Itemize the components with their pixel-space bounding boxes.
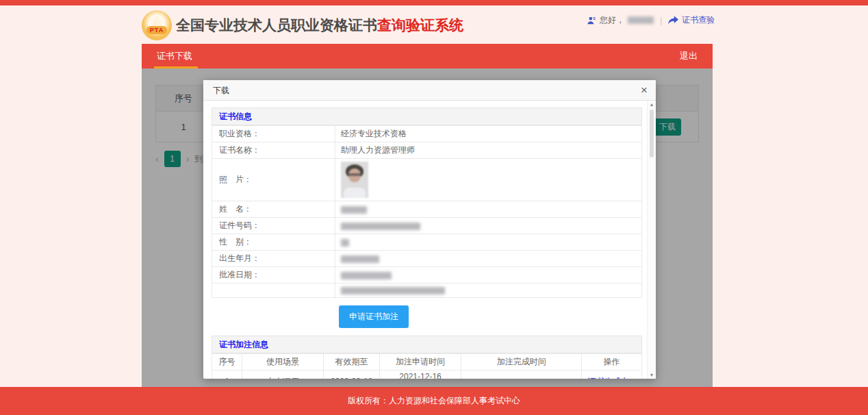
scroll-down-icon[interactable]: ▼ — [648, 373, 656, 377]
dialog-header: 下载 × — [203, 80, 656, 101]
col-action: 操作 — [582, 354, 642, 370]
tab-cert-download-label: 证书下载 — [157, 51, 192, 61]
greeting-text: 您好， — [600, 14, 624, 26]
name-value-redacted — [341, 206, 367, 214]
main-navbar: 证书下载 退出 — [142, 44, 713, 68]
top-accent-strip — [0, 0, 868, 5]
separator: | — [660, 16, 662, 25]
tab-cert-download[interactable]: 证书下载 — [142, 44, 207, 68]
anno-scenario: 本人调用 — [242, 370, 323, 379]
field-value: 助理人力资源管理师 — [335, 142, 642, 159]
page-footer: 版权所有：人力资源和社会保障部人事考试中心 — [0, 387, 868, 415]
logo-pta-text: PTA — [146, 26, 167, 34]
anno-complete-time — [461, 370, 582, 379]
id-photo — [341, 162, 368, 198]
apply-annotation-button[interactable]: 申请证书加注 — [339, 305, 409, 328]
field-row-issuing-org — [212, 284, 642, 298]
annotation-data-row: 1 本人调用 2022-03-16 2021-12-16 10:53:02 证书… — [212, 370, 642, 379]
dialog-body: 证书信息 职业资格： 经济专业技术资格 证书名称： 助理人力资源管理师 照 片： — [203, 101, 656, 379]
field-label: 照 片： — [212, 159, 335, 201]
anno-valid-until: 2022-03-16 — [324, 370, 380, 379]
close-icon[interactable]: × — [641, 80, 648, 101]
cert-info-table: 职业资格： 经济专业技术资格 证书名称： 助理人力资源管理师 照 片： — [212, 125, 642, 298]
download-dialog: 下载 × 证书信息 职业资格： 经济专业技术资格 证书名称： 助理人力资源管理师… — [203, 80, 656, 379]
field-row-photo: 照 片： — [212, 159, 642, 201]
site-title: 全国专业技术人员职业资格证书 — [176, 16, 377, 35]
field-row-gender: 性 别： — [212, 234, 642, 251]
field-row-approval-date: 批准日期： — [212, 267, 642, 284]
share-arrow-icon[interactable] — [668, 16, 678, 25]
copyright-text: 版权所有：人力资源和社会保障部人事考试中心 — [348, 396, 520, 405]
annotation-table: 序号 使用场景 有效期至 加注申请时间 加注完成时间 操作 1 本人调用 202… — [212, 353, 642, 379]
dialog-scrollbar[interactable]: ▲ ▼ — [647, 101, 656, 379]
scrollbar-thumb[interactable] — [650, 110, 654, 158]
cert-generating-link[interactable]: 证书生成中... — [582, 370, 642, 379]
issuing-org-value-redacted — [341, 287, 445, 294]
anno-apply-time: 2021-12-16 10:53:02 — [379, 370, 461, 379]
cert-check-link[interactable]: 证书查验 — [682, 14, 715, 26]
field-row-birth: 出生年月： — [212, 251, 642, 267]
dialog-title: 下载 — [213, 80, 229, 101]
id-number-value-redacted — [341, 223, 420, 230]
user-icon — [587, 16, 596, 25]
scroll-up-icon[interactable]: ▲ — [648, 102, 656, 107]
field-label: 职业资格： — [212, 126, 335, 142]
field-label: 批准日期： — [212, 267, 335, 284]
field-label: 证书名称： — [212, 142, 335, 159]
field-label: 出生年月： — [212, 251, 335, 267]
field-row-name: 姓 名： — [212, 201, 642, 218]
col-apply-time: 加注申请时间 — [379, 354, 461, 370]
user-bar: 您好， | 证书查验 — [587, 14, 715, 26]
col-scenario: 使用场景 — [242, 354, 323, 370]
logout-button[interactable]: 退出 — [665, 44, 713, 68]
annotation-header-row: 序号 使用场景 有效期至 加注申请时间 加注完成时间 操作 — [212, 354, 642, 370]
field-label: 证件号码： — [212, 218, 335, 234]
approval-date-value-redacted — [341, 272, 392, 279]
field-row-cert-name: 证书名称： 助理人力资源管理师 — [212, 142, 642, 159]
pta-logo-icon: PTA — [142, 10, 172, 40]
col-no: 序号 — [212, 354, 242, 370]
field-label: 姓 名： — [212, 201, 335, 218]
site-title-accent: 查询验证系统 — [377, 16, 463, 35]
birth-value-redacted — [341, 255, 379, 263]
col-valid-until: 有效期至 — [324, 354, 380, 370]
field-row-id-number: 证件号码： — [212, 218, 642, 234]
username-redacted — [628, 16, 654, 24]
field-label: 性 别： — [212, 234, 335, 251]
field-row-qualification: 职业资格： 经济专业技术资格 — [212, 126, 642, 142]
brand: PTA 全国专业技术人员职业资格证书 查询验证系统 — [142, 10, 463, 40]
cert-info-section-title: 证书信息 — [212, 108, 642, 125]
gender-value-redacted — [341, 239, 349, 247]
page-header: PTA 全国专业技术人员职业资格证书 查询验证系统 您好， | 证书查验 — [0, 5, 868, 44]
col-complete-time: 加注完成时间 — [461, 354, 582, 370]
field-value: 经济专业技术资格 — [335, 126, 642, 142]
anno-no: 1 — [212, 370, 242, 379]
annotation-section-title: 证书加注信息 — [212, 336, 642, 353]
field-label — [212, 284, 335, 298]
